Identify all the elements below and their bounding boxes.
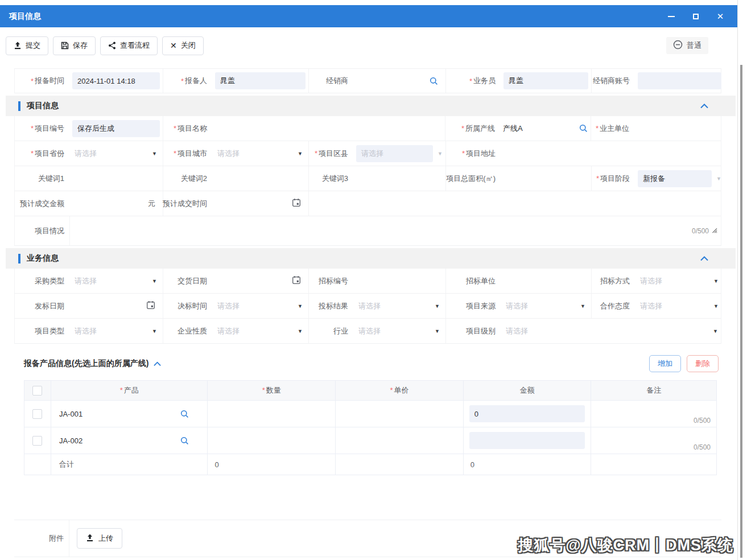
salesman-input[interactable]: 晁盖 xyxy=(503,72,588,89)
dropdown-arrow-icon: ▼ xyxy=(713,278,719,284)
share-icon xyxy=(108,42,116,50)
collapse-chevron-icon[interactable] xyxy=(154,361,161,367)
deal-time-input[interactable] xyxy=(212,198,308,209)
expected-amount-input[interactable]: 元 xyxy=(69,199,163,209)
delete-product-button[interactable]: 删除 xyxy=(687,355,719,372)
product-line-input[interactable]: 产线A xyxy=(500,123,591,134)
upload-label: 上传 xyxy=(98,533,113,543)
source-placeholder: 请选择 xyxy=(506,301,528,311)
product-table: 产品 数量 单价 金额 备注 JA-001 0 0/500 JA-002 xyxy=(24,380,717,475)
dealer-account-input[interactable] xyxy=(638,72,721,89)
product-column-header: 产品 xyxy=(120,385,139,396)
issue-date-input[interactable] xyxy=(69,300,163,311)
nature-select[interactable]: 请选择 ▼ xyxy=(212,326,308,336)
qty-input[interactable] xyxy=(207,401,335,427)
row-checkbox[interactable] xyxy=(32,436,42,446)
salesman-label: 业务员 xyxy=(446,76,501,86)
business-info-section-header: 业务信息 xyxy=(6,248,736,269)
calendar-icon[interactable] xyxy=(292,198,301,209)
bid-result-select[interactable]: 请选择 ▼ xyxy=(353,301,445,311)
collapse-chevron-icon[interactable] xyxy=(700,256,708,261)
stage-select[interactable]: 新报备 ▼ xyxy=(635,170,724,187)
bid-no-label: 招标编号 xyxy=(309,276,353,286)
remark-input[interactable]: 0/500 xyxy=(591,401,716,427)
situation-label: 项目情况 xyxy=(15,216,69,245)
upload-button[interactable]: 上传 xyxy=(77,528,122,549)
save-button[interactable]: 保存 xyxy=(53,36,96,55)
industry-placeholder: 请选择 xyxy=(358,326,381,336)
area-label: 项目总面积(㎡) xyxy=(446,174,501,184)
source-select[interactable]: 请选择 ▼ xyxy=(501,301,591,311)
project-form: 报备时间 2024-11-01 14:18 报备人 晁盖 经销商 业务员 晁盖 … xyxy=(6,68,736,557)
resize-handle-icon[interactable] xyxy=(711,227,717,235)
keyword2-label: 关键词2 xyxy=(163,174,212,184)
remark-column-header: 备注 xyxy=(646,385,661,396)
level-select[interactable]: 请选择 ▼ xyxy=(501,326,724,336)
cooperation-select[interactable]: 请选择 ▼ xyxy=(635,301,724,311)
price-input[interactable] xyxy=(335,401,463,427)
bidding-row-1: 采购类型 请选择 ▼ 交货日期 招标编号 招标单位 招标方式 请选择 ▼ xyxy=(14,269,721,294)
calendar-icon[interactable] xyxy=(292,275,301,286)
search-icon[interactable] xyxy=(180,437,189,445)
amount-input[interactable] xyxy=(469,432,585,449)
search-icon[interactable] xyxy=(180,410,189,418)
situation-counter: 0/500 xyxy=(692,227,709,235)
minimize-button[interactable] xyxy=(667,12,676,21)
dealer-input[interactable] xyxy=(353,77,445,85)
delivery-date-input[interactable] xyxy=(212,275,308,286)
close-window-button[interactable]: ✕ xyxy=(716,12,725,21)
nature-label: 企业性质 xyxy=(163,326,212,336)
situation-textarea[interactable]: 0/500 xyxy=(69,216,721,245)
industry-select[interactable]: 请选择 ▼ xyxy=(353,326,445,336)
province-placeholder: 请选择 xyxy=(75,149,97,159)
window-controls: ✕ xyxy=(667,12,725,21)
district-select[interactable]: 请选择 ▼ xyxy=(353,145,445,162)
report-time-label: 报备时间 xyxy=(15,76,69,86)
maximize-button[interactable] xyxy=(691,12,700,21)
project-type-select[interactable]: 请选择 ▼ xyxy=(69,326,163,336)
province-select[interactable]: 请选择 ▼ xyxy=(69,149,163,159)
priority-control[interactable]: 普通 xyxy=(666,37,708,54)
dialog-titlebar: 项目信息 ✕ xyxy=(0,5,737,27)
dropdown-arrow-icon: ▼ xyxy=(713,328,718,334)
amount-input[interactable]: 0 xyxy=(469,405,585,422)
dropdown-arrow-icon: ▼ xyxy=(580,303,585,309)
award-time-select[interactable]: 请选择 ▼ xyxy=(212,301,308,311)
project-no-input[interactable]: 保存后生成 xyxy=(72,120,160,137)
row-checkbox[interactable] xyxy=(32,409,42,419)
bid-result-label: 投标结果 xyxy=(309,301,353,311)
stage-value: 新报备 xyxy=(638,170,712,187)
search-icon[interactable] xyxy=(579,124,588,133)
keyword3-label: 关键词3 xyxy=(309,174,353,184)
salesman-value: 晁盖 xyxy=(509,76,523,86)
reporter-input[interactable]: 晁盖 xyxy=(215,72,306,89)
select-all-checkbox[interactable] xyxy=(32,386,42,396)
qty-input[interactable] xyxy=(207,427,335,454)
view-flow-button[interactable]: 查看流程 xyxy=(100,36,158,55)
collapse-chevron-icon[interactable] xyxy=(700,104,708,109)
close-button[interactable]: ✕ 关闭 xyxy=(162,36,204,55)
deal-time-label: 预计成交时间 xyxy=(163,199,212,209)
scrollbar-track[interactable] xyxy=(737,0,747,560)
remark-counter: 0/500 xyxy=(694,417,711,425)
business-info-section-title: 业务信息 xyxy=(27,253,59,263)
expected-amount-label: 预计成交金额 xyxy=(15,199,69,209)
search-icon[interactable] xyxy=(430,77,438,85)
city-select[interactable]: 请选择 ▼ xyxy=(212,149,308,159)
add-product-button[interactable]: 增加 xyxy=(649,355,681,372)
dropdown-arrow-icon: ▼ xyxy=(716,176,721,182)
submit-button[interactable]: 提交 xyxy=(6,36,48,55)
delivery-date-label: 交货日期 xyxy=(163,276,212,286)
issue-date-label: 发标日期 xyxy=(15,301,69,311)
price-input[interactable] xyxy=(335,427,463,454)
keyword1-label: 关键词1 xyxy=(15,174,69,184)
scrollbar-thumb[interactable] xyxy=(740,65,742,558)
purchase-type-select[interactable]: 请选择 ▼ xyxy=(69,276,163,286)
toolbar: 提交 保存 查看流程 ✕ 关闭 普通 xyxy=(0,27,737,64)
dropdown-arrow-icon: ▼ xyxy=(298,303,303,309)
report-time-input[interactable]: 2024-11-01 14:18 xyxy=(72,72,160,89)
watermark-text: 搜狐号@八骏CRM丨DMS系统 xyxy=(518,535,733,555)
calendar-icon[interactable] xyxy=(146,300,155,311)
bid-method-select[interactable]: 请选择 ▼ xyxy=(635,276,724,286)
remark-input[interactable]: 0/500 xyxy=(591,427,716,454)
